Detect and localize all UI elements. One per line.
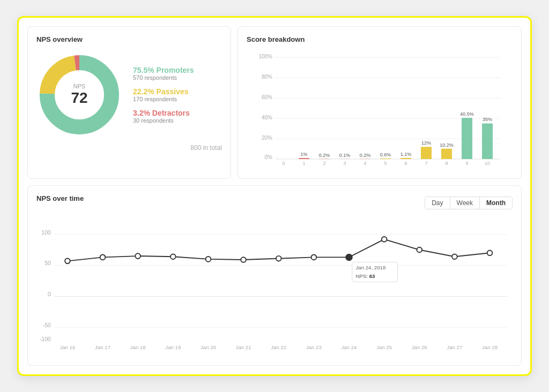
- svg-text:Jan 24, 2018: Jan 24, 2018: [356, 265, 386, 270]
- svg-text:0.2%: 0.2%: [319, 153, 330, 158]
- point-jan26: [417, 247, 422, 253]
- svg-text:Jan 25: Jan 25: [376, 344, 392, 350]
- svg-text:-100: -100: [40, 336, 51, 342]
- svg-text:1: 1: [302, 161, 305, 166]
- svg-text:Jan 16: Jan 16: [60, 344, 75, 350]
- svg-text:40.5%: 40.5%: [460, 111, 474, 117]
- svg-text:Jan 27: Jan 27: [447, 344, 462, 350]
- svg-text:Jan 21: Jan 21: [236, 344, 251, 350]
- svg-text:NPS: 63: NPS: 63: [356, 273, 376, 279]
- svg-text:3: 3: [343, 161, 346, 166]
- svg-text:1%: 1%: [300, 152, 307, 157]
- svg-text:0%: 0%: [265, 154, 273, 160]
- dashboard: NPS overview NPS: [17, 16, 532, 376]
- svg-text:100%: 100%: [258, 54, 272, 59]
- svg-text:0.1%: 0.1%: [339, 153, 351, 158]
- donut-center: NPS 72: [71, 83, 87, 107]
- svg-text:9: 9: [465, 161, 468, 166]
- svg-text:Jan 19: Jan 19: [165, 344, 181, 350]
- svg-text:Jan 17: Jan 17: [95, 344, 110, 350]
- passives-legend: 22.2% Passives 170 respondents: [133, 87, 194, 102]
- svg-text:0: 0: [282, 161, 285, 166]
- promoters-legend: 75.5% Promoters 570 respondents: [133, 66, 194, 81]
- detractors-respondents: 30 respondents: [133, 117, 194, 124]
- svg-text:0.6%: 0.6%: [380, 152, 391, 157]
- svg-text:4: 4: [363, 161, 366, 166]
- svg-text:Jan 23: Jan 23: [306, 344, 322, 350]
- svg-text:20%: 20%: [262, 135, 272, 141]
- svg-rect-17: [299, 158, 309, 159]
- month-button[interactable]: Month: [480, 197, 512, 209]
- point-jan17: [100, 255, 106, 260]
- svg-text:6: 6: [404, 161, 407, 166]
- svg-text:-50: -50: [43, 322, 51, 328]
- total-text: 800 in total: [36, 144, 222, 152]
- legend: 75.5% Promoters 570 respondents 22.2% Pa…: [133, 66, 194, 124]
- point-jan20: [206, 257, 211, 262]
- svg-text:8: 8: [445, 161, 448, 166]
- svg-text:Jan 22: Jan 22: [271, 344, 286, 350]
- nps-over-time-card: NPS over time Day Week Month 100 50 0 -5…: [27, 185, 522, 366]
- svg-text:7: 7: [425, 161, 427, 166]
- bar-chart-svg: 100% 80% 60% 40% 20% 0%: [247, 52, 513, 170]
- promoters-pct: 75.5% Promoters: [133, 66, 194, 74]
- svg-text:Jan 28: Jan 28: [482, 344, 498, 350]
- svg-rect-41: [462, 118, 472, 159]
- detractors-pct: 3.2% Detractors: [133, 109, 194, 117]
- svg-text:5: 5: [384, 161, 387, 166]
- svg-text:35%: 35%: [483, 117, 492, 122]
- svg-text:1.1%: 1.1%: [400, 152, 412, 157]
- svg-rect-44: [482, 124, 493, 160]
- svg-text:10: 10: [485, 161, 490, 166]
- week-button[interactable]: Week: [450, 197, 480, 209]
- point-jan25: [382, 237, 387, 242]
- point-jan23: [311, 255, 317, 260]
- nps-overview-card: NPS overview NPS: [27, 26, 231, 179]
- svg-text:100: 100: [41, 229, 51, 236]
- svg-text:10.2%: 10.2%: [440, 142, 454, 148]
- donut-chart: NPS 72: [36, 52, 122, 138]
- svg-rect-38: [441, 149, 452, 159]
- score-breakdown-card: Score breakdown 100% 80% 60% 40% 20% 0%: [238, 26, 522, 179]
- bar-chart-area: 100% 80% 60% 40% 20% 0%: [247, 52, 513, 170]
- svg-rect-29: [380, 159, 391, 159]
- svg-text:Jan 18: Jan 18: [130, 344, 146, 350]
- time-buttons: Day Week Month: [425, 197, 513, 209]
- svg-text:40%: 40%: [262, 115, 272, 120]
- point-jan27: [452, 254, 457, 259]
- svg-text:2: 2: [323, 161, 325, 166]
- nps-over-time-title: NPS over time: [36, 194, 84, 202]
- point-jan22: [276, 256, 281, 261]
- svg-text:Jan 26: Jan 26: [412, 344, 427, 350]
- svg-text:80%: 80%: [262, 74, 272, 80]
- point-jan18: [135, 253, 140, 259]
- svg-text:Jan 24: Jan 24: [342, 344, 358, 350]
- score-breakdown-title: Score breakdown: [247, 35, 513, 43]
- line-chart-area: 100 50 0 -50 -100: [36, 217, 513, 357]
- nps-label: NPS: [71, 83, 87, 89]
- svg-rect-32: [400, 158, 411, 159]
- svg-text:0: 0: [48, 291, 51, 297]
- passives-respondents: 170 respondents: [133, 96, 194, 102]
- passives-pct: 22.2% Passives: [133, 87, 194, 96]
- nps-overview-title: NPS overview: [36, 35, 222, 43]
- point-jan24-highlighted: [346, 254, 352, 261]
- svg-text:50: 50: [44, 260, 51, 266]
- top-row: NPS overview NPS: [27, 26, 522, 179]
- svg-rect-35: [421, 147, 432, 159]
- day-button[interactable]: Day: [425, 197, 450, 209]
- nps-time-header: NPS over time Day Week Month: [36, 194, 513, 211]
- point-jan28: [487, 250, 493, 255]
- nps-content: NPS 72 75.5% Promoters 570 respondents 2…: [36, 52, 222, 138]
- svg-text:Jan 20: Jan 20: [201, 344, 216, 350]
- nps-value: 72: [71, 89, 87, 107]
- svg-text:12%: 12%: [421, 140, 431, 146]
- point-jan19: [170, 254, 176, 259]
- detractors-legend: 3.2% Detractors 30 respondents: [133, 109, 194, 124]
- line-chart-svg: 100 50 0 -50 -100: [36, 217, 513, 357]
- promoters-respondents: 570 respondents: [133, 74, 194, 81]
- point-jan21: [241, 257, 246, 262]
- svg-text:60%: 60%: [262, 94, 272, 100]
- point-jan16: [65, 259, 70, 264]
- svg-text:0.2%: 0.2%: [360, 153, 371, 158]
